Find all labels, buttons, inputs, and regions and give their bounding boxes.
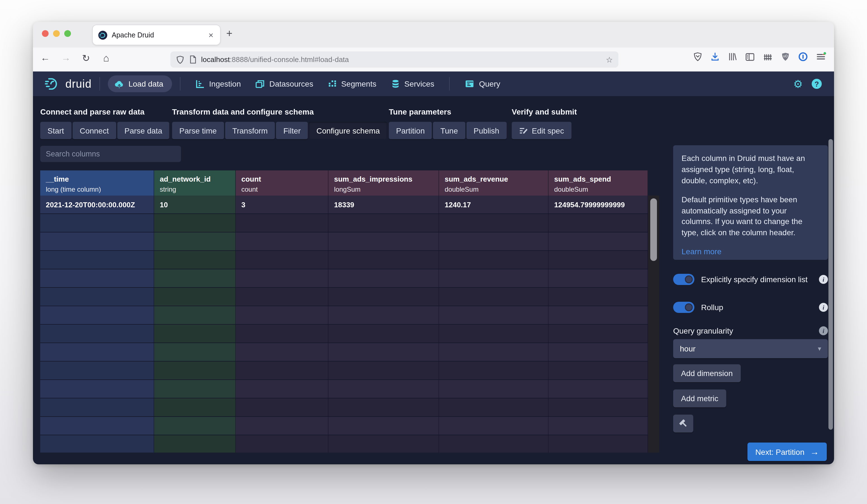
empty-cell: [548, 435, 648, 453]
tab-close-icon[interactable]: ×: [207, 30, 215, 40]
page-info-icon[interactable]: [189, 55, 197, 64]
nav-item-label: Services: [405, 79, 434, 88]
download-icon[interactable]: [710, 52, 719, 62]
nav-item-services[interactable]: Services: [391, 79, 434, 88]
empty-cell: [40, 288, 154, 305]
step-parse-time[interactable]: Parse time: [172, 122, 224, 139]
column-header-time[interactable]: __time long (time column): [40, 170, 154, 198]
force-form-button[interactable]: [673, 415, 693, 432]
empty-cell: [154, 380, 236, 398]
empty-cell: [236, 233, 329, 250]
table-scrollbar-thumb[interactable]: [650, 199, 657, 261]
edit-spec-icon: [519, 127, 528, 135]
nav-item-ingestion[interactable]: Ingestion: [196, 79, 241, 88]
step-tune[interactable]: Tune: [433, 122, 465, 139]
info-icon[interactable]: i: [819, 303, 828, 312]
druid-brand[interactable]: druid: [44, 75, 92, 92]
empty-cell: [439, 435, 548, 453]
sidebar-icon[interactable]: [745, 52, 755, 61]
step-partition[interactable]: Partition: [389, 122, 432, 139]
rollup-toggle[interactable]: [673, 302, 694, 313]
nav-item-query[interactable]: Query: [465, 79, 500, 88]
app-scrollbar-thumb[interactable]: [828, 139, 833, 430]
druid-favicon: [98, 31, 107, 40]
empty-cell: [154, 288, 236, 305]
column-header-sum-ads-impressions[interactable]: sum_ads_impressions longSum: [329, 170, 439, 198]
menu-icon[interactable]: [816, 52, 826, 62]
zoom-window-button[interactable]: [64, 30, 71, 37]
browser-tab[interactable]: Apache Druid ×: [92, 24, 221, 45]
empty-cell: [154, 269, 236, 287]
column-header-sum-ads-revenue[interactable]: sum_ads_revenue doubleSum: [439, 170, 548, 198]
explicit-dimension-list-toggle[interactable]: [673, 274, 694, 285]
table-empty-row: [40, 214, 648, 233]
empty-cell: [329, 306, 439, 324]
toolbar-extensions: uO: [693, 52, 826, 62]
next-partition-button[interactable]: Next: Partition →: [748, 442, 827, 461]
empty-cell: [329, 362, 439, 379]
column-header-sum-ads-spend[interactable]: sum_ads_spend doubleSum: [548, 170, 648, 198]
extension-fence-icon[interactable]: [763, 52, 773, 61]
info-icon[interactable]: i: [819, 326, 828, 335]
step-parse-data[interactable]: Parse data: [117, 122, 169, 139]
empty-cell: [439, 288, 548, 305]
column-header-ad-network-id[interactable]: ad_network_id string: [154, 170, 236, 198]
step-connect[interactable]: Connect: [72, 122, 116, 139]
bookmark-star-icon[interactable]: ☆: [606, 55, 613, 64]
empty-cell: [548, 380, 648, 398]
step-configure-schema[interactable]: Configure schema: [309, 122, 387, 139]
step-publish[interactable]: Publish: [467, 122, 507, 139]
learn-more-link[interactable]: Learn more: [682, 247, 721, 256]
empty-cell: [154, 417, 236, 435]
empty-cell: [548, 288, 648, 305]
forward-icon[interactable]: →: [59, 53, 73, 64]
info-icon[interactable]: i: [819, 275, 828, 284]
empty-cell: [40, 306, 154, 324]
nav-item-load-data[interactable]: Load data: [108, 75, 172, 92]
search-columns-input[interactable]: [40, 146, 181, 162]
step-transform[interactable]: Transform: [225, 122, 275, 139]
nav-item-datasources[interactable]: Datasources: [255, 79, 313, 88]
step-start[interactable]: Start: [40, 122, 71, 139]
step-filter[interactable]: Filter: [276, 122, 308, 139]
step-group-label: Verify and submit: [512, 107, 577, 116]
toggle-knob: [685, 276, 693, 283]
empty-cell: [548, 306, 648, 324]
query-granularity-select[interactable]: hour ▾: [673, 339, 828, 358]
url-bar[interactable]: localhost:8888/unified-console.html#load…: [170, 51, 618, 68]
toggle-row-dimension-list: Explicitly specify dimension list i: [673, 273, 828, 286]
nav-item-segments[interactable]: Segments: [328, 79, 376, 88]
onepassword-icon[interactable]: [798, 52, 808, 62]
query-icon: [465, 79, 474, 88]
nav-item-label: Segments: [341, 79, 376, 88]
back-icon[interactable]: ←: [39, 53, 52, 64]
query-granularity-label: Query granularity: [673, 326, 733, 335]
library-icon[interactable]: [728, 52, 737, 62]
toggle-label: Explicitly specify dimension list: [701, 275, 807, 284]
add-metric-button[interactable]: Add metric: [673, 389, 726, 407]
reload-icon[interactable]: ↻: [79, 53, 93, 64]
empty-cell: [154, 325, 236, 343]
empty-cell: [439, 214, 548, 232]
close-window-button[interactable]: [42, 30, 49, 37]
home-icon[interactable]: ⌂: [99, 53, 113, 64]
empty-cell: [329, 214, 439, 232]
empty-cell: [40, 398, 154, 416]
empty-cell: [439, 398, 548, 416]
table-empty-row: [40, 288, 648, 306]
new-tab-button[interactable]: +: [226, 28, 232, 40]
empty-cell: [236, 435, 329, 453]
url-host: localhost: [201, 55, 230, 64]
ublock-shield-icon[interactable]: uO: [781, 52, 790, 62]
table-scrollbar-track[interactable]: [648, 195, 659, 453]
minimize-window-button[interactable]: [53, 30, 60, 37]
nav-divider: [180, 77, 181, 90]
step-edit-spec[interactable]: Edit spec: [512, 122, 571, 139]
pocket-icon[interactable]: [693, 52, 702, 62]
add-dimension-button[interactable]: Add dimension: [673, 364, 740, 382]
column-header-count[interactable]: count count: [236, 170, 329, 198]
empty-cell: [154, 362, 236, 379]
table-empty-row: [40, 325, 648, 343]
empty-cell: [548, 362, 648, 379]
shield-permissions-icon[interactable]: [176, 55, 184, 64]
